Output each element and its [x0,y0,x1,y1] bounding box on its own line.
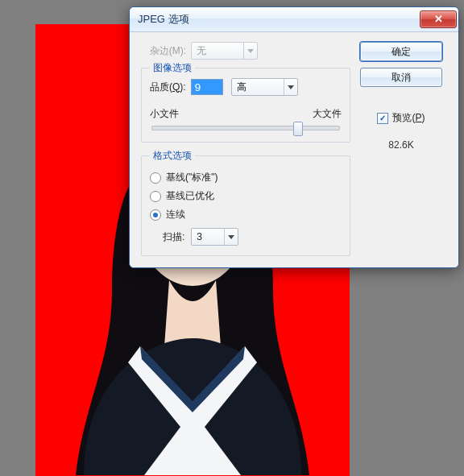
jpeg-options-dialog: JPEG 选项 ✕ 杂边(M): 无 图像选项 品质(Q): [129,6,459,268]
chevron-down-icon [243,43,257,59]
scans-label: 扫描: [163,230,184,244]
radio-icon [150,191,161,202]
radio-label: 基线已优化 [166,189,214,203]
matte-value: 无 [192,44,243,58]
dialog-title: JPEG 选项 [138,12,420,27]
preview-checkbox[interactable]: ✓ 预览(P) [377,111,425,125]
cancel-label: 取消 [392,71,411,85]
quality-row: 品质(Q): 高 [150,78,342,96]
radio-label: 基线("标准") [166,171,218,184]
radio-label: 连续 [166,208,185,221]
matte-combo: 无 [191,42,258,60]
titlebar[interactable]: JPEG 选项 ✕ [130,7,458,32]
slider-label-large: 大文件 [313,107,342,121]
image-options-group: 图像选项 品质(Q): 高 小文件 大文件 [141,68,350,143]
radio-icon [150,209,161,221]
radio-icon [150,172,161,184]
quality-slider[interactable] [151,126,340,130]
left-pane: 杂边(M): 无 图像选项 品质(Q): 高 [141,42,350,256]
checkbox-icon: ✓ [377,113,388,124]
format-options-legend: 格式选项 [150,149,195,163]
filesize-text: 82.6K [388,139,413,151]
dialog-body: 杂边(M): 无 图像选项 品质(Q): 高 [130,32,458,267]
scans-value: 3 [192,231,224,242]
quality-label: 品质(Q): [150,81,186,94]
matte-row: 杂边(M): 无 [141,42,350,60]
ok-button[interactable]: 确定 [360,42,442,61]
quality-preset-combo[interactable]: 高 [231,78,298,96]
image-options-legend: 图像选项 [150,61,195,75]
ok-label: 确定 [392,45,411,59]
matte-label: 杂边(M): [141,44,186,58]
slider-thumb[interactable] [293,122,303,136]
cancel-button[interactable]: 取消 [360,68,442,87]
close-icon: ✕ [434,13,443,25]
chevron-down-icon [284,79,297,95]
radio-progressive[interactable]: 连续 [150,208,342,221]
quality-preset-value: 高 [232,81,284,94]
radio-baseline-standard[interactable]: 基线("标准") [150,171,342,184]
quality-input[interactable] [191,79,223,95]
chevron-down-icon [224,229,238,245]
close-button[interactable]: ✕ [420,10,457,28]
right-pane: 确定 取消 ✓ 预览(P) 82.6K [357,42,445,256]
scans-combo[interactable]: 3 [191,228,238,246]
format-options-group: 格式选项 基线("标准") 基线已优化 连续 扫描: 3 [141,155,350,256]
radio-baseline-optimized[interactable]: 基线已优化 [150,189,342,203]
slider-labels: 小文件 大文件 [150,107,342,121]
preview-label: 预览(P) [392,111,425,125]
slider-label-small: 小文件 [150,107,179,121]
scans-row: 扫描: 3 [163,228,342,246]
